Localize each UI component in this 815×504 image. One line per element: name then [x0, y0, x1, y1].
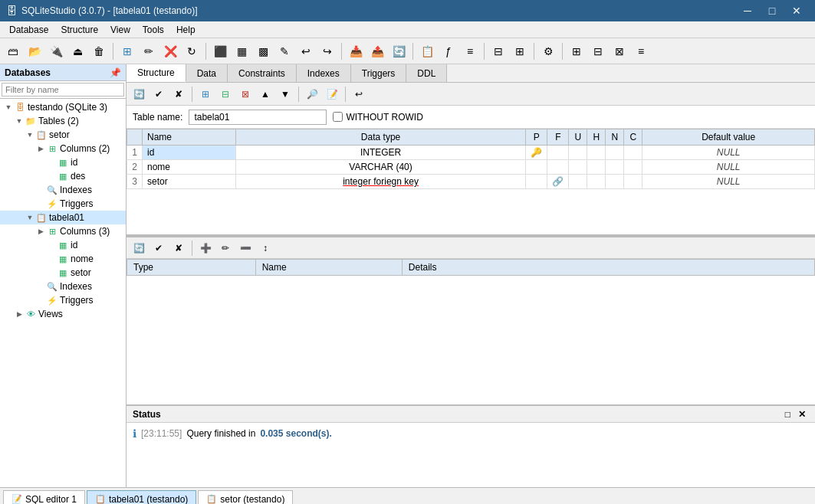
table-name-input[interactable]	[189, 110, 327, 125]
row1-name[interactable]: id	[143, 146, 236, 160]
without-rowid-checkbox[interactable]	[333, 112, 343, 122]
del-obj-button[interactable]: ❌	[160, 41, 180, 61]
commit-struct-button[interactable]: ✔	[150, 85, 168, 103]
tree-item-tabela01[interactable]: ▼ 📋 tabela01	[0, 211, 126, 224]
const-rollback-button[interactable]: ✘	[169, 239, 188, 257]
tree-item-tabela01-nome[interactable]: ▦ nome	[0, 252, 126, 266]
menu-help[interactable]: Help	[170, 23, 202, 37]
split-button[interactable]: ⊟	[488, 41, 508, 61]
const-commit-button[interactable]: ✔	[150, 239, 168, 257]
tree-item-tabela01-setor[interactable]: ▦ setor	[0, 266, 126, 280]
del-col-button[interactable]: ⊠	[236, 85, 255, 103]
expand-views[interactable]: ▶	[14, 310, 25, 318]
add-obj-button[interactable]: ⊞	[117, 41, 137, 61]
tree-item-setor-des[interactable]: ▦ des	[0, 169, 126, 183]
grid3-button[interactable]: ⊠	[610, 41, 629, 61]
grid1-button[interactable]: ⊞	[567, 41, 587, 61]
tree-item-views[interactable]: ▶ 👁 Views	[0, 307, 126, 321]
merge-button[interactable]: ⊞	[510, 41, 530, 61]
tab-data[interactable]: Data	[186, 64, 228, 82]
status-restore-button[interactable]: □	[782, 409, 794, 420]
rollback-struct-button[interactable]: ✘	[169, 85, 188, 103]
disconn-db-button[interactable]: ⏏	[67, 41, 87, 61]
tree-item-setor[interactable]: ▼ 📋 setor	[0, 128, 126, 142]
edit-obj-button[interactable]: ✏	[139, 41, 159, 61]
table-row[interactable]: 1 id INTEGER 🔑 NULL	[127, 146, 815, 160]
tab-triggers[interactable]: Triggers	[351, 64, 407, 82]
row2-type[interactable]: VARCHAR (40)	[235, 160, 526, 175]
table-row[interactable]: 2 nome VARCHAR (40) NULL	[127, 160, 815, 175]
tab-ddl[interactable]: DDL	[406, 64, 447, 82]
grid2-button[interactable]: ⊟	[588, 41, 608, 61]
edit-const-button[interactable]: ✏	[216, 239, 235, 257]
sql-button[interactable]: 📋	[417, 41, 437, 61]
filter-input[interactable]	[2, 83, 124, 97]
add-col-button[interactable]: ⊞	[196, 85, 215, 103]
tree-item-setor-triggers[interactable]: ⚡ Triggers	[0, 197, 126, 211]
ins-row-button[interactable]: ⬛	[210, 41, 230, 61]
func-button[interactable]: ƒ	[439, 41, 458, 61]
gen-qry-button[interactable]: 📝	[323, 85, 341, 103]
minimize-button[interactable]: ─	[735, 0, 760, 21]
del-const-button[interactable]: ➖	[236, 239, 255, 257]
import-button[interactable]: 📥	[346, 41, 366, 61]
revert-button[interactable]: ↩	[350, 85, 368, 103]
refresh-obj-button[interactable]: ↻	[182, 41, 202, 61]
expand-setor-columns[interactable]: ▶	[35, 145, 46, 152]
tree-item-testando[interactable]: ▼ 🗄 testando (SQLite 3)	[0, 100, 126, 114]
add-const-button[interactable]: ➕	[196, 239, 215, 257]
menu-tools[interactable]: Tools	[136, 23, 170, 37]
move-const-button[interactable]: ↕	[256, 239, 274, 257]
commit-row-button[interactable]: ▩	[253, 41, 273, 61]
edit-row-button[interactable]: ✎	[274, 41, 294, 61]
taskbar-setor[interactable]: 📋 setor (testando)	[198, 490, 293, 505]
ins-col-button[interactable]: ⊟	[216, 85, 235, 103]
tree-item-setor-id[interactable]: ▦ id	[0, 155, 126, 169]
const-refresh-button[interactable]: 🔄	[130, 239, 148, 257]
conn-db-button[interactable]: 🔌	[46, 41, 66, 61]
expand-testando[interactable]: ▼	[3, 103, 14, 111]
export-button[interactable]: 📤	[367, 41, 387, 61]
edit-dtype-button[interactable]: 🔎	[303, 85, 321, 103]
status-close-button[interactable]: ✕	[795, 409, 809, 420]
del-db-button[interactable]: 🗑	[89, 41, 109, 61]
row3-name[interactable]: setor	[143, 175, 236, 189]
menu-structure[interactable]: Structure	[54, 23, 104, 37]
expand-tabela01-columns[interactable]: ▶	[35, 227, 46, 235]
del-row-button[interactable]: ▦	[232, 41, 251, 61]
convert-button[interactable]: 🔄	[389, 41, 409, 61]
row2-name[interactable]: nome	[143, 160, 236, 175]
expand-tabela01[interactable]: ▼	[25, 214, 35, 221]
open-db-button[interactable]: 📂	[25, 41, 44, 61]
sidebar-pin-icon[interactable]: 📌	[110, 67, 121, 78]
move-up-button[interactable]: ▲	[256, 85, 274, 103]
taskbar-sql-editor[interactable]: 📝 SQL editor 1	[3, 490, 85, 505]
taskbar-tabela01[interactable]: 📋 tabela01 (testando)	[87, 490, 196, 505]
maximize-button[interactable]: □	[760, 0, 784, 21]
expand-tables[interactable]: ▼	[14, 117, 25, 125]
row1-type[interactable]: INTEGER	[235, 146, 526, 160]
grid4-button[interactable]: ≡	[631, 41, 651, 61]
tree-item-tabela01-triggers[interactable]: ⚡ Triggers	[0, 293, 126, 307]
tree-item-tabela01-indexes[interactable]: 🔍 Indexes	[0, 280, 126, 293]
expand-setor[interactable]: ▼	[25, 131, 35, 139]
row3-type[interactable]: integer foriegn key	[235, 175, 526, 189]
config-button[interactable]: ⚙	[538, 41, 558, 61]
tab-structure[interactable]: Structure	[127, 64, 186, 82]
undo-row-button[interactable]: ↩	[296, 41, 316, 61]
table-row[interactable]: 3 setor integer foriegn key 🔗	[127, 175, 815, 189]
move-down-button[interactable]: ▼	[276, 85, 294, 103]
tree-item-setor-indexes[interactable]: 🔍 Indexes	[0, 183, 126, 197]
tree-item-tabela01-id[interactable]: ▦ id	[0, 238, 126, 252]
menu-view[interactable]: View	[104, 23, 136, 37]
close-button[interactable]: ✕	[784, 0, 809, 21]
expr-button[interactable]: ≡	[460, 41, 480, 61]
new-db-button[interactable]: 🗃	[3, 41, 23, 61]
tree-item-tabela01-columns[interactable]: ▶ ⊞ Columns (3)	[0, 224, 126, 238]
tree-item-setor-columns[interactable]: ▶ ⊞ Columns (2)	[0, 142, 126, 155]
tab-indexes[interactable]: Indexes	[297, 64, 351, 82]
tree-item-tables[interactable]: ▼ 📁 Tables (2)	[0, 114, 126, 128]
redo-row-button[interactable]: ↪	[317, 41, 337, 61]
tab-constraints[interactable]: Constraints	[228, 64, 297, 82]
refresh-struct-button[interactable]: 🔄	[130, 85, 148, 103]
